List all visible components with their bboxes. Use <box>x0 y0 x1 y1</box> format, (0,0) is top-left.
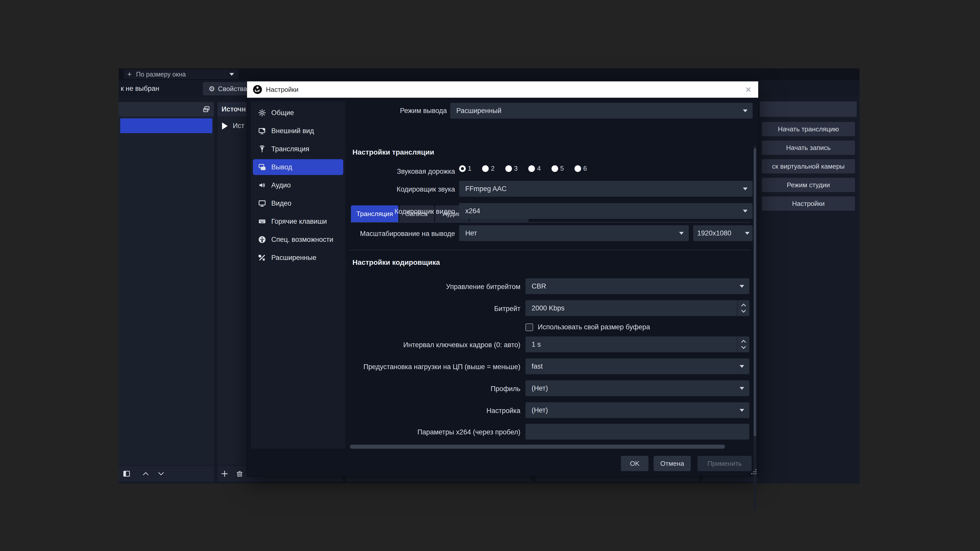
bitrate-label: Битрейт <box>350 305 520 313</box>
output-mode-label: Режим вывода <box>350 107 447 115</box>
spin-down-icon[interactable] <box>741 344 746 349</box>
settings-dialog: Настройки ✕ Общие Внешний вид Трансляц <box>247 81 759 476</box>
radio-track-4[interactable]: 4 <box>528 165 541 172</box>
start-recording-label: Начать запись <box>786 144 830 152</box>
chevron-down-icon <box>743 110 748 112</box>
dialog-titlebar[interactable]: Настройки ✕ <box>247 81 758 98</box>
radio-label: 6 <box>583 165 587 172</box>
sidebar-item-general[interactable]: Общие <box>253 105 343 121</box>
horizontal-scrollbar[interactable] <box>350 445 725 449</box>
resize-grip[interactable] <box>751 469 757 475</box>
preview-scale-label: По размеру окна <box>136 71 186 78</box>
spin-down-icon[interactable] <box>741 308 746 313</box>
properties-button[interactable]: ⚙ Свойства <box>203 82 253 95</box>
tune-label: Настройка <box>350 407 520 415</box>
radio-track-3[interactable]: 3 <box>505 165 517 172</box>
spin-buttons[interactable] <box>737 300 749 316</box>
chevron-down-icon <box>740 409 744 412</box>
monitor-icon <box>258 199 266 207</box>
start-recording-button[interactable]: Начать запись <box>762 141 855 155</box>
profile-value: (Нет) <box>531 384 548 392</box>
preview-toolbar: + По размеру окна <box>119 68 859 80</box>
keyint-spinbox[interactable]: 1 s <box>525 337 749 352</box>
sidebar-item-hotkeys[interactable]: Горячие клавиши <box>253 213 343 229</box>
sidebar-label: Внешний вид <box>271 127 314 135</box>
virtual-camera-button[interactable]: ск виртуальной камеры <box>762 159 855 173</box>
vertical-scrollbar[interactable] <box>754 146 756 510</box>
tune-select[interactable]: (Нет) <box>525 402 749 418</box>
sidebar-item-advanced[interactable]: Расширенные <box>253 250 343 265</box>
sidebar-item-audio[interactable]: Аудио <box>253 177 343 193</box>
radio-track-2[interactable]: 2 <box>482 165 494 172</box>
cancel-button[interactable]: Отмена <box>654 456 691 471</box>
move-down-icon[interactable] <box>158 471 165 477</box>
rescale-resolution-select[interactable]: 1920x1080 <box>693 225 752 241</box>
move-up-icon[interactable] <box>142 471 149 477</box>
sidebar-label: Трансляция <box>271 145 309 153</box>
vertical-scrollbar-thumb[interactable] <box>754 148 756 437</box>
audio-encoder-select[interactable]: FFmpeg AAC <box>459 181 752 197</box>
spin-up-icon[interactable] <box>741 303 746 308</box>
radio-track-6[interactable]: 6 <box>574 165 587 172</box>
bitrate-spinbox[interactable]: 2000 Kbps <box>525 300 749 316</box>
spin-buttons[interactable] <box>737 337 749 352</box>
output-mode-value: Расширенный <box>456 107 501 115</box>
checkbox-icon[interactable] <box>525 324 533 331</box>
ok-button[interactable]: OK <box>621 456 649 471</box>
preview-scale-dropdown[interactable]: + По размеру окна <box>124 69 239 79</box>
remove-source-trash-icon[interactable] <box>236 470 243 478</box>
cpu-preset-value: fast <box>531 362 543 370</box>
dialog-title: Настройки <box>266 86 299 94</box>
radio-icon <box>505 165 512 172</box>
radio-label: 4 <box>537 165 541 172</box>
layered-windows-icon[interactable] <box>203 105 210 113</box>
apply-button[interactable]: Применить <box>697 456 752 471</box>
add-source-icon[interactable] <box>221 470 229 478</box>
radio-icon <box>552 165 558 172</box>
sidebar-item-accessibility[interactable]: Спец. возможности <box>253 232 343 248</box>
encoder-section-title: Настройки кодировщика <box>352 259 440 267</box>
radio-icon <box>482 165 489 172</box>
rate-control-value: CBR <box>531 283 546 290</box>
radio-icon <box>574 165 581 172</box>
start-streaming-button[interactable]: Начать трансляцию <box>762 122 855 136</box>
apply-label: Применить <box>708 460 741 468</box>
play-icon <box>222 122 228 130</box>
profile-select[interactable]: (Нет) <box>525 380 749 396</box>
spin-up-icon[interactable] <box>741 340 746 345</box>
radio-label: 5 <box>560 165 564 172</box>
chevron-down-icon <box>743 210 748 213</box>
rescale-select[interactable]: Нет <box>459 225 689 241</box>
rate-control-label: Управление битрейтом <box>350 283 520 291</box>
source-item-label: Ист <box>233 122 244 130</box>
custom-buffer-checkbox-row[interactable]: Использовать свой размер буфера <box>525 323 650 331</box>
studio-mode-button[interactable]: Режим студии <box>762 178 855 192</box>
output-mode-select[interactable]: Расширенный <box>450 103 752 119</box>
keyint-label: Интервал ключевых кадров (0: авто) <box>350 341 520 349</box>
video-encoder-select[interactable]: x264 <box>459 203 752 219</box>
sidebar-label: Горячие клавиши <box>271 218 327 225</box>
rate-control-select[interactable]: CBR <box>525 278 749 294</box>
x264-opts-input[interactable] <box>525 424 749 440</box>
no-source-label: к не выбран <box>121 85 159 93</box>
selected-scene-row[interactable] <box>120 118 212 133</box>
video-encoder-label: Кодировщик видео <box>350 208 455 216</box>
radio-track-1[interactable]: 1 <box>459 165 471 172</box>
close-icon[interactable]: ✕ <box>745 85 752 94</box>
obs-logo-icon <box>253 85 262 94</box>
scenes-panel-toolbar <box>119 465 214 482</box>
sidebar-label: Спец. возможности <box>271 236 333 244</box>
keyboard-icon <box>258 218 266 225</box>
grid-panel-icon[interactable] <box>123 470 130 478</box>
sidebar-item-output[interactable]: Вывод <box>253 159 343 175</box>
settings-button[interactable]: Настройки <box>762 197 855 211</box>
source-list-item[interactable]: Ист <box>222 122 244 130</box>
gear-icon: ⚙ <box>208 85 215 93</box>
sidebar-item-stream[interactable]: Трансляция <box>253 141 343 157</box>
sidebar-item-appearance[interactable]: Внешний вид <box>253 123 343 139</box>
sidebar-item-video[interactable]: Видео <box>253 195 343 211</box>
cpu-preset-select[interactable]: fast <box>525 359 749 374</box>
radio-track-5[interactable]: 5 <box>552 165 564 172</box>
tools-icon <box>258 254 266 262</box>
stream-section-title: Настройки трансляции <box>352 148 434 156</box>
